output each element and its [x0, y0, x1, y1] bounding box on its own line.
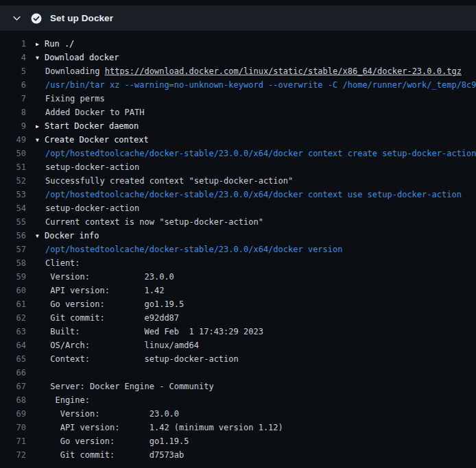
- group-title: Start Docker daemon: [45, 121, 139, 131]
- group-title: Create Docker context: [45, 135, 149, 145]
- log-text: Git commit: e92dd87: [36, 313, 476, 323]
- chevron-down-icon[interactable]: [12, 14, 21, 23]
- line-number[interactable]: 49: [0, 135, 36, 145]
- log-line: 70 API version: 1.42 (minimum version 1.…: [0, 421, 476, 434]
- line-number[interactable]: 8: [0, 108, 36, 117]
- log-line: 67 Server: Docker Engine - Community: [0, 380, 476, 393]
- log-url-link[interactable]: https://download.docker.com/linux/static…: [105, 66, 462, 76]
- log-text: API version: 1.42: [36, 286, 476, 295]
- log-line: 66: [0, 366, 476, 380]
- command-text: /usr/bin/tar xz --warning=no-unknown-key…: [36, 80, 476, 90]
- log-line: 63 Built: Wed Feb 1 17:43:29 2023: [0, 325, 476, 338]
- log-text: Version: 23.0.0: [36, 409, 476, 419]
- log-line: 69 Version: 23.0.0: [0, 407, 476, 421]
- line-number[interactable]: 71: [0, 436, 36, 446]
- line-number[interactable]: 64: [0, 341, 36, 350]
- line-number[interactable]: 61: [0, 299, 36, 309]
- log-line: 64 OS/Arch: linux/amd64: [0, 338, 476, 352]
- log-group-header[interactable]: 4▼Download docker: [0, 51, 476, 64]
- log-text: Go version: go1.19.5: [36, 436, 476, 446]
- log-line: 57/opt/hostedtoolcache/docker-stable/23.…: [0, 243, 476, 256]
- triangle-right-icon[interactable]: ▶: [36, 123, 45, 130]
- line-number[interactable]: 5: [0, 66, 36, 76]
- log-line: 6/usr/bin/tar xz --warning=no-unknown-ke…: [0, 78, 476, 92]
- line-number[interactable]: 6: [0, 80, 36, 90]
- line-number[interactable]: 58: [0, 258, 36, 268]
- line-number[interactable]: 70: [0, 423, 36, 432]
- command-text: /opt/hostedtoolcache/docker-stable/23.0.…: [36, 149, 476, 158]
- log-text: Successfully created context "setup-dock…: [36, 176, 476, 186]
- log-text: setup-docker-action: [36, 162, 476, 172]
- log-line: 51setup-docker-action: [0, 160, 476, 174]
- line-number[interactable]: 68: [0, 395, 36, 405]
- line-number[interactable]: 69: [0, 409, 36, 419]
- triangle-down-icon[interactable]: ▼: [36, 233, 45, 239]
- log-text: Current context is now "setup-docker-act…: [36, 217, 476, 227]
- line-number[interactable]: 67: [0, 382, 36, 391]
- log-line: 50/opt/hostedtoolcache/docker-stable/23.…: [0, 147, 476, 160]
- log-text: OS/Arch: linux/amd64: [36, 341, 476, 350]
- log-text: Go version: go1.19.5: [36, 299, 476, 309]
- log-line: 65 Context: setup-docker-action: [0, 352, 476, 366]
- log-text: Version: 23.0.0: [36, 272, 476, 282]
- log-line: 68 Engine:: [0, 393, 476, 407]
- line-number[interactable]: 56: [0, 231, 36, 241]
- log-text-prefix: Downloading: [45, 66, 105, 76]
- line-number[interactable]: 59: [0, 272, 36, 282]
- log-text: Git commit: d7573ab: [36, 450, 476, 460]
- log-line: 71 Go version: go1.19.5: [0, 434, 476, 448]
- line-number[interactable]: 63: [0, 327, 36, 336]
- log-line: 54setup-docker-action: [0, 201, 476, 215]
- step-header[interactable]: Set up Docker: [0, 5, 476, 31]
- log-line: 61 Go version: go1.19.5: [0, 297, 476, 311]
- group-title: Docker info: [45, 231, 99, 241]
- log-line: 55Current context is now "setup-docker-a…: [0, 215, 476, 229]
- log-text: setup-docker-action: [36, 204, 476, 213]
- line-number[interactable]: 7: [0, 94, 36, 103]
- line-number[interactable]: 72: [0, 450, 36, 460]
- log-lines: 1▶Run ./4▼Download docker5Downloading ht…: [0, 31, 476, 462]
- step-title: Set up Docker: [50, 13, 113, 23]
- command-text: /opt/hostedtoolcache/docker-stable/23.0.…: [36, 190, 476, 199]
- log-text: Downloading https://download.docker.com/…: [36, 66, 476, 76]
- line-number[interactable]: 9: [0, 121, 36, 131]
- log-text: Server: Docker Engine - Community: [36, 382, 476, 391]
- log-line: 8Added Docker to PATH: [0, 106, 476, 119]
- line-number[interactable]: 4: [0, 53, 36, 62]
- triangle-down-icon[interactable]: ▼: [36, 137, 45, 143]
- line-number[interactable]: 66: [0, 368, 36, 378]
- line-number[interactable]: 53: [0, 190, 36, 199]
- check-circle-success-icon: [31, 13, 42, 24]
- line-number[interactable]: 51: [0, 162, 36, 172]
- triangle-down-icon[interactable]: ▼: [36, 55, 45, 61]
- log-line: 60 API version: 1.42: [0, 284, 476, 297]
- log-line: 53/opt/hostedtoolcache/docker-stable/23.…: [0, 188, 476, 201]
- log-line: 7Fixing perms: [0, 92, 476, 106]
- line-number[interactable]: 65: [0, 354, 36, 364]
- line-number[interactable]: 55: [0, 217, 36, 227]
- line-number[interactable]: 60: [0, 286, 36, 295]
- triangle-right-icon[interactable]: ▶: [36, 41, 45, 47]
- log-group-header[interactable]: 56▼Docker info: [0, 229, 476, 243]
- log-text: Engine:: [36, 395, 476, 405]
- log-line: 52Successfully created context "setup-do…: [0, 174, 476, 188]
- log-group-header[interactable]: 49▼Create Docker context: [0, 133, 476, 147]
- line-number[interactable]: 54: [0, 204, 36, 213]
- log-group-header[interactable]: 9▶Start Docker daemon: [0, 119, 476, 133]
- group-title: Run ./: [45, 39, 74, 49]
- log-line: 58Client:: [0, 256, 476, 270]
- log-line: 59 Version: 23.0.0: [0, 270, 476, 284]
- command-text: /opt/hostedtoolcache/docker-stable/23.0.…: [36, 245, 476, 254]
- log-text: Client:: [36, 258, 476, 268]
- line-number[interactable]: 52: [0, 176, 36, 186]
- log-text: API version: 1.42 (minimum version 1.12): [36, 423, 476, 432]
- log-text: Built: Wed Feb 1 17:43:29 2023: [36, 327, 476, 336]
- group-title: Download docker: [45, 53, 119, 62]
- line-number[interactable]: 50: [0, 149, 36, 158]
- log-line: 62 Git commit: e92dd87: [0, 311, 476, 325]
- line-number[interactable]: 62: [0, 313, 36, 323]
- log-line: 5Downloading https://download.docker.com…: [0, 64, 476, 78]
- log-group-header[interactable]: 1▶Run ./: [0, 37, 476, 51]
- line-number[interactable]: 57: [0, 245, 36, 254]
- line-number[interactable]: 1: [0, 39, 36, 49]
